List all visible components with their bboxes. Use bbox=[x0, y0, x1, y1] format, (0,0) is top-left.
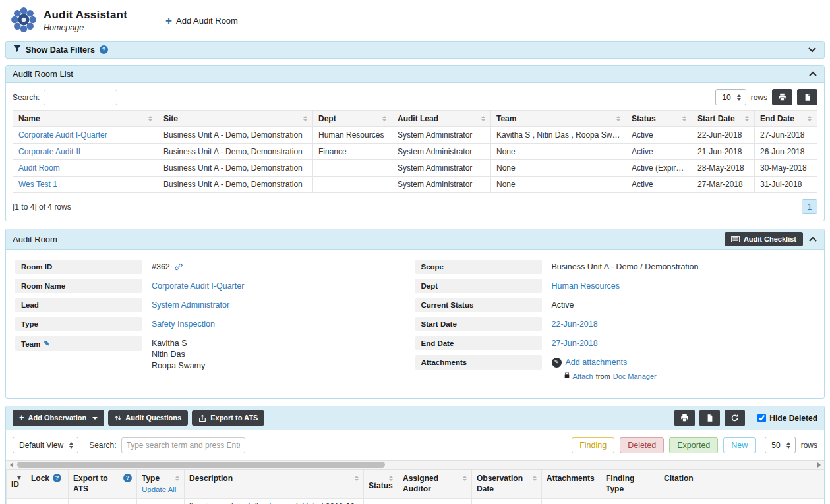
update-all-link[interactable]: Update All bbox=[142, 485, 179, 495]
export-observations-file-button[interactable] bbox=[699, 410, 720, 426]
export-to-ats-button[interactable]: Export to ATS bbox=[192, 410, 264, 425]
cell-name: Corporate Audit-II bbox=[13, 144, 158, 160]
room-link[interactable]: Audit Room bbox=[18, 163, 60, 173]
caret-down-icon bbox=[92, 417, 98, 420]
col-header-site[interactable]: Site bbox=[158, 111, 313, 127]
col-header-end-date[interactable]: End Date bbox=[755, 111, 817, 127]
app-logo-icon bbox=[11, 7, 37, 35]
hide-deleted-toggle[interactable]: Hide Deleted bbox=[757, 414, 817, 423]
col-header-attachments[interactable]: Attachments bbox=[542, 470, 601, 499]
exported-filter-button[interactable]: Exported bbox=[669, 437, 718, 453]
room-name-label: Room Name bbox=[15, 279, 142, 293]
help-icon[interactable]: ? bbox=[100, 45, 108, 54]
col-header-team[interactable]: Team bbox=[491, 111, 626, 127]
col-header-type[interactable]: Type Update All bbox=[137, 470, 185, 499]
current-status-value: Active bbox=[552, 298, 574, 311]
observations-search-input[interactable] bbox=[121, 437, 245, 453]
sort-icon bbox=[616, 116, 620, 121]
field-end-date: End Date 27-Jun-2018 bbox=[415, 336, 815, 350]
lead-link[interactable]: System Administrator bbox=[152, 300, 229, 310]
deleted-filter-button[interactable]: Deleted bbox=[620, 437, 664, 453]
col-header-id[interactable]: ID bbox=[7, 470, 26, 499]
export-file-button[interactable] bbox=[797, 89, 817, 105]
col-header-lock[interactable]: Lock? bbox=[26, 470, 69, 499]
start-date-link[interactable]: 22-Jun-2018 bbox=[552, 320, 598, 329]
page-size-select[interactable]: 10 bbox=[715, 89, 746, 105]
col-header-export-to-ats[interactable]: Export to ATS? bbox=[69, 470, 137, 499]
audit-questions-button[interactable]: Audit Questions bbox=[108, 410, 188, 425]
sort-icon bbox=[355, 476, 359, 481]
col-header-observation-date[interactable]: Observation Date bbox=[472, 470, 542, 499]
room-link[interactable]: Corporate Audit-II bbox=[18, 147, 80, 156]
end-date-link[interactable]: 27-Jun-2018 bbox=[552, 339, 598, 348]
view-select[interactable]: Default View bbox=[13, 437, 78, 453]
observations-page-size-value: 50 bbox=[771, 441, 780, 450]
col-header-status[interactable]: Status bbox=[626, 111, 692, 127]
spinner-icon bbox=[737, 94, 741, 101]
page-content: Show Data Filters ? Audit Room List Sear… bbox=[0, 41, 830, 504]
new-filter-button[interactable]: New bbox=[723, 437, 756, 453]
observations-search-label: Search: bbox=[89, 441, 116, 450]
horizontal-scrollbar[interactable] bbox=[6, 460, 824, 470]
help-icon[interactable]: ? bbox=[123, 474, 132, 482]
room-list-search-input[interactable] bbox=[44, 90, 117, 105]
dept-link[interactable]: Human Resources bbox=[552, 281, 620, 291]
add-observation-button[interactable]: + Add Observation bbox=[13, 410, 104, 426]
show-data-filters-bar[interactable]: Show Data Filters ? bbox=[5, 41, 825, 59]
edit-team-pencil-icon[interactable]: ✎ bbox=[44, 339, 49, 348]
edit-circle-icon[interactable]: ✎ bbox=[552, 358, 562, 368]
observations-table: ID Lock? Export to ATS? Type Update All … bbox=[6, 470, 824, 504]
help-icon[interactable]: ? bbox=[53, 474, 61, 482]
finding-filter-button[interactable]: Finding bbox=[572, 437, 614, 453]
cell-team: Kavitha S , Nitin Das , Roopa Swamy bbox=[491, 127, 626, 144]
room-link[interactable]: Corporate Audit I-Quarter bbox=[18, 130, 107, 140]
room-id-value: #362 bbox=[152, 260, 183, 274]
col-header-status[interactable]: Status bbox=[364, 470, 398, 499]
col-header-name[interactable]: Name bbox=[13, 111, 158, 127]
audit-room-list-header[interactable]: Audit Room List bbox=[6, 66, 824, 83]
checklist-icon bbox=[731, 236, 740, 242]
room-list-toolbar: Search: 10 rows bbox=[13, 89, 817, 105]
room-name-link[interactable]: Corporate Audit I-Quarter bbox=[152, 281, 244, 291]
audit-room-header[interactable]: Audit Room Audit Checklist bbox=[6, 229, 824, 250]
scroll-left-arrow[interactable] bbox=[6, 461, 16, 469]
attach-link[interactable]: Attach bbox=[573, 372, 593, 381]
col-header-citation[interactable]: Citation bbox=[659, 470, 825, 499]
cell-status: Active bbox=[626, 144, 692, 160]
room-list-collapse-chevron[interactable] bbox=[808, 69, 817, 79]
cell-team: None bbox=[491, 160, 626, 177]
observations-page-size-select[interactable]: 50 bbox=[765, 437, 795, 453]
cell-site: Business Unit A - Demo, Demonstration bbox=[158, 177, 313, 193]
print-button[interactable] bbox=[772, 89, 792, 105]
col-header-start-date[interactable]: Start Date bbox=[692, 111, 755, 127]
col-header-dept[interactable]: Dept bbox=[313, 111, 392, 127]
col-header-description[interactable]: Description bbox=[185, 470, 364, 499]
hide-deleted-checkbox[interactable] bbox=[757, 414, 766, 422]
col-header-audit-lead[interactable]: Audit Lead bbox=[392, 111, 491, 127]
col-header-assigned-auditor[interactable]: Assigned Auditor bbox=[398, 470, 472, 499]
field-scope: Scope Business Unit A - Demo / Demonstra… bbox=[415, 260, 815, 274]
permalink-icon[interactable] bbox=[175, 264, 183, 273]
filters-collapse-chevron[interactable] bbox=[808, 45, 817, 55]
audit-checklist-button[interactable]: Audit Checklist bbox=[725, 232, 803, 246]
table-row: Audit Room Business Unit A - Demo, Demon… bbox=[13, 160, 817, 177]
pagination-page-1-button[interactable]: 1 bbox=[802, 199, 817, 214]
room-name-value: Corporate Audit I-Quarter bbox=[152, 279, 244, 292]
spinner-icon bbox=[69, 442, 73, 449]
cell-dept: Finance bbox=[313, 144, 392, 160]
scrollbar-thumb[interactable] bbox=[17, 462, 385, 468]
col-header-finding-type[interactable]: Finding Type bbox=[601, 470, 659, 499]
audit-room-collapse-chevron[interactable] bbox=[808, 235, 817, 244]
print-observations-button[interactable] bbox=[674, 410, 695, 426]
room-link[interactable]: Wes Test 1 bbox=[18, 180, 57, 189]
type-link[interactable]: Safety Inspection bbox=[152, 320, 215, 329]
refresh-button[interactable] bbox=[725, 410, 745, 426]
row-count-summary: [1 to 4] of 4 rows bbox=[13, 202, 71, 211]
scroll-right-arrow[interactable] bbox=[814, 461, 824, 469]
add-attachments-link[interactable]: Add attachments bbox=[566, 357, 628, 368]
add-audit-room-link[interactable]: + Add Audit Room bbox=[165, 15, 238, 26]
cell-end-date: 31-Jul-2018 bbox=[755, 177, 817, 193]
cell-site: Business Unit A - Demo, Demonstration bbox=[158, 127, 313, 144]
cell-lock bbox=[26, 498, 69, 504]
doc-manager-link[interactable]: Doc Manager bbox=[613, 372, 657, 381]
